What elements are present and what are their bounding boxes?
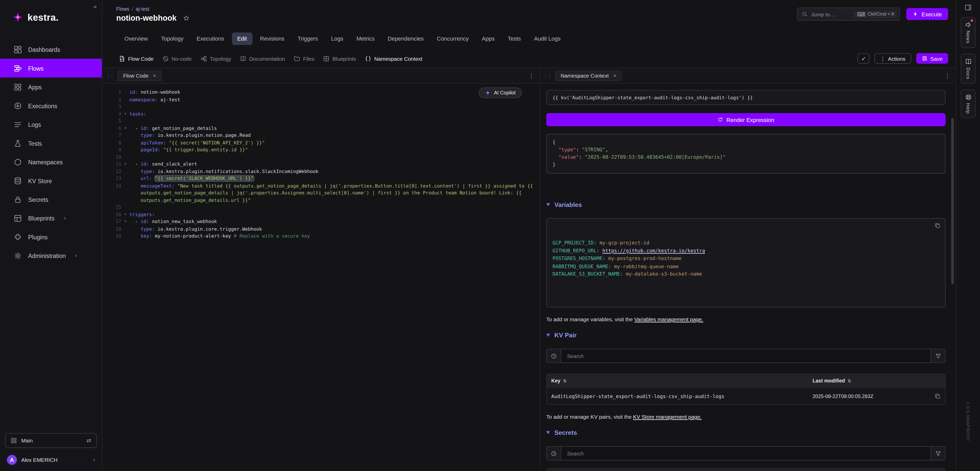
code-line[interactable]: 8 apiToken: "{{ secret('NOTION_API_KEY_2… xyxy=(103,139,539,146)
code-line[interactable]: 14 messageText: "New task titled {{ outp… xyxy=(103,182,539,189)
pane-tab-flow-code[interactable]: Flow Code × xyxy=(118,70,162,81)
view-toggle-topology[interactable]: Topology xyxy=(200,56,231,62)
tab-concurrency[interactable]: Concurrency xyxy=(431,32,474,45)
panel-toggle-icon[interactable] xyxy=(964,4,972,11)
code-line[interactable]: 9 pageId: "{{ trigger.body.entity.id }}" xyxy=(103,146,539,153)
code-line[interactable]: 5 xyxy=(103,117,539,124)
code-line[interactable]: outputs.get_notion_page_details | jq('.p… xyxy=(103,189,539,196)
code-editor[interactable]: 1id: notion-webhook2namespace: aj-test34… xyxy=(103,84,539,471)
tab-apps[interactable]: Apps xyxy=(476,32,500,45)
tab-edit[interactable]: Edit xyxy=(232,32,253,45)
code-line[interactable]: 12 type: io.kestra.plugin.notifications.… xyxy=(103,168,539,175)
sidebar-item-executions[interactable]: Executions xyxy=(0,96,102,115)
tab-dependencies[interactable]: Dependencies xyxy=(382,32,429,45)
save-button[interactable]: Save xyxy=(916,53,948,64)
sidebar-collapse-icon[interactable]: « xyxy=(94,3,97,10)
filter-button[interactable] xyxy=(931,446,945,461)
tab-tests[interactable]: Tests xyxy=(502,32,527,45)
view-toggle-flow-code[interactable]: Flow Code xyxy=(119,56,153,62)
kv-store-management-link[interactable]: KV Store management page. xyxy=(633,414,702,420)
tab-logs[interactable]: Logs xyxy=(325,32,349,45)
pane-menu-icon[interactable]: ⋮ xyxy=(528,72,534,79)
tab-overview[interactable]: Overview xyxy=(119,32,153,45)
tab-executions[interactable]: Executions xyxy=(191,32,230,45)
code-line[interactable]: 16▾triggers: xyxy=(103,211,539,218)
tab-topology[interactable]: Topology xyxy=(156,32,189,45)
column-header-key[interactable]: Key⇅ xyxy=(551,378,813,384)
sidebar-item-secrets[interactable]: Secrets xyxy=(0,190,102,208)
favorite-star-icon[interactable] xyxy=(183,15,189,21)
history-button[interactable] xyxy=(546,349,560,363)
kv-pair-section-header[interactable]: KV Pair xyxy=(546,332,945,339)
close-icon[interactable]: × xyxy=(153,72,156,79)
sort-icon[interactable]: ⇅ xyxy=(848,379,851,383)
code-line[interactable]: 15 xyxy=(103,204,539,211)
sidebar-item-namespaces[interactable]: Namespaces xyxy=(0,153,102,171)
scrollbar-thumb[interactable] xyxy=(951,118,954,284)
sidebar-item-logs[interactable]: Logs xyxy=(0,115,102,134)
code-line[interactable]: 1id: notion-webhook xyxy=(103,89,539,96)
tab-revisions[interactable]: Revisions xyxy=(255,32,290,45)
column-header-last-modified[interactable]: Last modified⇅ xyxy=(813,378,927,384)
user-menu[interactable]: A Alex EMERICH › xyxy=(5,455,97,465)
view-toggle-blueprints[interactable]: Blueprints xyxy=(323,56,356,62)
sidebar-item-administration[interactable]: Administration› xyxy=(0,246,102,265)
view-toggle-documentation[interactable]: Documentation xyxy=(240,56,285,62)
copy-button[interactable] xyxy=(934,223,940,229)
code-line[interactable]: outputs.get_notion_page_details.url }}" xyxy=(103,196,539,204)
sort-icon[interactable]: ⇅ xyxy=(563,379,566,383)
sidebar-item-plugins[interactable]: Plugins xyxy=(0,228,102,246)
code-line[interactable]: 6▾ - id: get_notion_page_details xyxy=(103,125,539,132)
code-line[interactable]: 19 key: my-notion-product-alert-key # Re… xyxy=(103,232,539,240)
code-line[interactable]: 7 type: io.kestra.plugin.notion.page.Rea… xyxy=(103,132,539,139)
variables-management-link[interactable]: Variables management page. xyxy=(634,316,703,322)
logo[interactable]: kestra. xyxy=(0,0,102,34)
code-line[interactable]: 4▾tasks: xyxy=(103,110,539,117)
swap-icon[interactable]: ⇄ xyxy=(86,437,91,444)
sidebar-item-kv-store[interactable]: KV Store xyxy=(0,171,102,190)
tenant-selector[interactable]: Main ⇄ xyxy=(5,433,97,448)
history-button[interactable] xyxy=(546,446,560,461)
sidebar-item-apps[interactable]: Apps xyxy=(0,78,102,96)
view-toggle-files[interactable]: Files xyxy=(294,56,314,62)
kv-search-input[interactable] xyxy=(561,349,931,363)
code-line[interactable]: 13 url: "{{ secret('SLACK_WEBHOOK_URL') … xyxy=(103,175,539,182)
jump-to-search[interactable]: Jump to... ⌨ Ctrl/Cmd + K xyxy=(797,7,900,21)
ai-copilot-button[interactable]: AI Copilot xyxy=(479,88,522,98)
variable-value-link[interactable]: https://github.com/kestra-io/kestra xyxy=(602,248,705,253)
drag-handle-icon[interactable]: ⋮⋮ xyxy=(106,73,113,78)
kv-table-row[interactable]: AuditLogShipper-state_export-audit-logs-… xyxy=(547,387,945,404)
tab-triggers[interactable]: Triggers xyxy=(292,32,324,45)
fold-icon[interactable]: ▾ xyxy=(121,161,129,168)
breadcrumb-current[interactable]: aj-test xyxy=(136,6,149,11)
code-line[interactable]: 17▾ - id: notion_new_task_webhook xyxy=(103,218,539,225)
actions-button[interactable]: ⋮ Actions xyxy=(875,53,911,64)
right-tab-help[interactable]: Help xyxy=(961,89,976,118)
sidebar-item-flows[interactable]: Flows xyxy=(0,59,102,77)
code-line[interactable]: 18 type: io.kestra.plugin.core.trigger.W… xyxy=(103,225,539,232)
tab-metrics[interactable]: Metrics xyxy=(351,32,380,45)
filter-button[interactable] xyxy=(931,349,945,363)
secrets-search-input[interactable] xyxy=(561,446,931,461)
variables-section-header[interactable]: Variables xyxy=(546,201,945,208)
expression-input[interactable]: {{ kv('AuditLogShipper-state_export-audi… xyxy=(546,90,945,105)
code-line[interactable]: 11▾ - id: send_slack_alert xyxy=(103,161,539,168)
render-expression-button[interactable]: Render Expression xyxy=(546,113,945,126)
fold-icon[interactable]: ▾ xyxy=(121,218,129,225)
code-line[interactable]: 10 xyxy=(103,153,539,161)
right-tab-docs[interactable]: Docs xyxy=(961,54,976,84)
pane-tab-namespace-context[interactable]: Namespace Context × xyxy=(555,70,622,81)
sidebar-item-tests[interactable]: Tests xyxy=(0,134,102,152)
sidebar-item-dashboards[interactable]: Dashboards xyxy=(0,40,102,59)
copy-button[interactable] xyxy=(934,393,940,399)
secrets-section-header[interactable]: Secrets xyxy=(546,429,945,436)
validation-check-button[interactable]: ✓ xyxy=(858,53,870,64)
fold-icon[interactable]: ▾ xyxy=(121,125,129,132)
execute-button[interactable]: Execute xyxy=(907,8,948,20)
breadcrumb-parent[interactable]: Flows xyxy=(116,6,129,11)
drag-handle-icon[interactable]: ⋮⋮ xyxy=(543,73,550,78)
sidebar-item-blueprints[interactable]: Blueprints› xyxy=(0,209,102,228)
pane-menu-icon[interactable]: ⋮ xyxy=(944,72,950,79)
right-tab-news[interactable]: News xyxy=(961,17,976,48)
tab-audit-logs[interactable]: Audit Logs xyxy=(528,32,566,45)
